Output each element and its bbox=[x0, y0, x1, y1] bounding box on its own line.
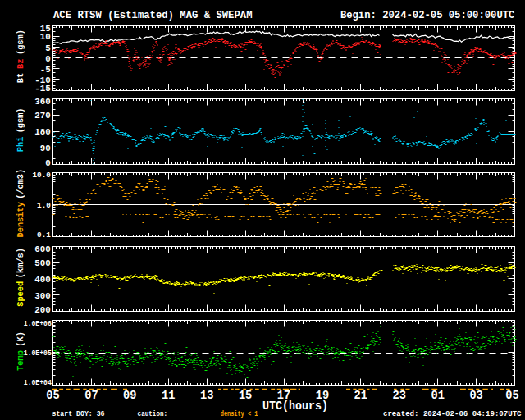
svg-text:ACE RTSW (Estimated) MAG & SWE: ACE RTSW (Estimated) MAG & SWEPAM bbox=[53, 10, 253, 21]
svg-text:Speed: Speed bbox=[16, 281, 25, 307]
svg-text:5: 5 bbox=[45, 43, 50, 53]
svg-text:300: 300 bbox=[34, 291, 50, 301]
svg-text:(km/s): (km/s) bbox=[16, 248, 25, 278]
svg-text:13: 13 bbox=[200, 389, 214, 402]
svg-text:caution:: caution: bbox=[138, 410, 168, 418]
svg-text:180: 180 bbox=[34, 127, 50, 137]
svg-text:1.0: 1.0 bbox=[37, 201, 51, 210]
svg-text:Bt: Bt bbox=[16, 73, 25, 83]
svg-text:0.1: 0.1 bbox=[37, 231, 51, 240]
svg-text:-5: -5 bbox=[40, 65, 51, 75]
svg-text:21: 21 bbox=[354, 389, 368, 402]
svg-text:1.0E+05: 1.0E+05 bbox=[24, 349, 52, 358]
svg-text:10: 10 bbox=[40, 32, 51, 42]
svg-text:Bz: Bz bbox=[16, 59, 25, 69]
svg-text:600: 600 bbox=[34, 244, 50, 254]
svg-text:07: 07 bbox=[84, 389, 98, 402]
svg-text:created: 2024-02-06 04:19:07UT: created: 2024-02-06 04:19:07UTC bbox=[383, 409, 522, 418]
svg-text:360: 360 bbox=[34, 97, 50, 107]
svg-text:11: 11 bbox=[162, 389, 176, 402]
svg-text:Temp: Temp bbox=[16, 350, 25, 371]
svg-text:Phi: Phi bbox=[16, 137, 25, 153]
svg-text:(gsm): (gsm) bbox=[16, 30, 25, 55]
svg-text:1.0E+06: 1.0E+06 bbox=[24, 320, 52, 328]
svg-text:Density: Density bbox=[16, 202, 25, 237]
svg-text:(/cm3): (/cm3) bbox=[16, 169, 25, 199]
svg-text:01: 01 bbox=[431, 389, 445, 402]
svg-text:-15: -15 bbox=[34, 84, 50, 94]
svg-text:05: 05 bbox=[46, 389, 59, 402]
svg-text:500: 500 bbox=[34, 258, 50, 268]
svg-text:(gsm): (gsm) bbox=[16, 107, 25, 133]
svg-text:03: 03 bbox=[469, 389, 483, 402]
svg-text:Begin: 2024-02-05 05:00:00UTC: Begin: 2024-02-05 05:00:00UTC bbox=[340, 10, 515, 21]
svg-text:UTC(hours): UTC(hours) bbox=[262, 400, 328, 413]
svg-text:200: 200 bbox=[34, 305, 50, 315]
svg-text:0: 0 bbox=[45, 158, 50, 168]
svg-text:0: 0 bbox=[45, 54, 50, 64]
svg-text:270: 270 bbox=[34, 111, 50, 121]
svg-text:23: 23 bbox=[393, 389, 407, 402]
svg-text:15: 15 bbox=[239, 389, 252, 402]
svg-text:1.0E+04: 1.0E+04 bbox=[24, 379, 52, 387]
svg-text:(K): (K) bbox=[16, 331, 25, 347]
svg-text:density < 1: density < 1 bbox=[221, 410, 258, 418]
svg-text:05: 05 bbox=[505, 389, 518, 402]
svg-text:09: 09 bbox=[123, 389, 136, 402]
svg-text:start DOY: 36: start DOY: 36 bbox=[52, 410, 105, 418]
svg-text:90: 90 bbox=[40, 144, 51, 153]
svg-text:400: 400 bbox=[34, 275, 50, 285]
svg-text:10.0: 10.0 bbox=[32, 171, 51, 180]
